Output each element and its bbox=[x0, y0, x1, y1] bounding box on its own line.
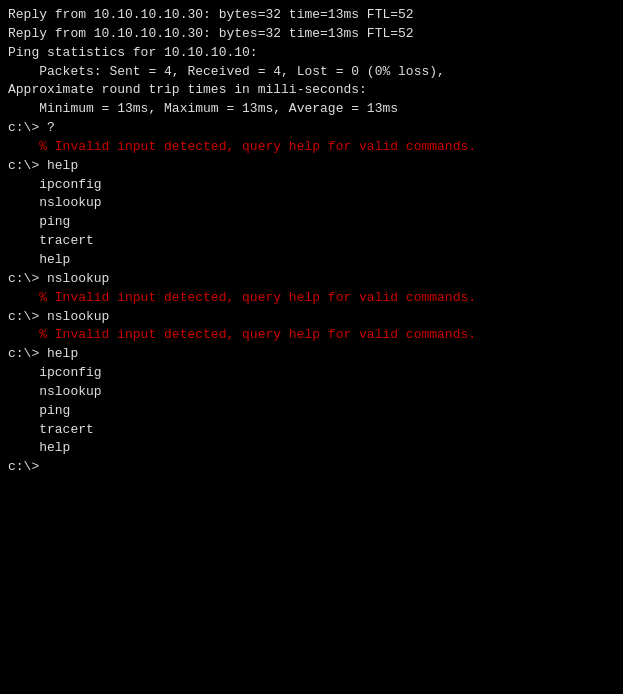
terminal-line-minmax: Minimum = 13ms, Maximum = 13ms, Average … bbox=[8, 100, 615, 119]
terminal-line-error3: % Invalid input detected, query help for… bbox=[8, 326, 615, 345]
terminal-line-ping-stat: Ping statistics for 10.10.10.10: bbox=[8, 44, 615, 63]
terminal-line-help-nslookup2: nslookup bbox=[8, 383, 615, 402]
terminal-line-prompt-q: c:\> ? bbox=[8, 119, 615, 138]
terminal-line-help-tracert2: tracert bbox=[8, 421, 615, 440]
terminal-line-error1: % Invalid input detected, query help for… bbox=[8, 138, 615, 157]
terminal-line-prompt-help2: c:\> help bbox=[8, 345, 615, 364]
terminal-line-approx: Approximate round trip times in milli-se… bbox=[8, 81, 615, 100]
terminal-line-reply2: Reply from 10.10.10.10.30: bytes=32 time… bbox=[8, 25, 615, 44]
terminal-line-prompt-help1: c:\> help bbox=[8, 157, 615, 176]
terminal-line-help-ping1: ping bbox=[8, 213, 615, 232]
terminal-line-prompt-nslookup2: c:\> nslookup bbox=[8, 308, 615, 327]
terminal-line-reply1: Reply from 10.10.10.10.30: bytes=32 time… bbox=[8, 6, 615, 25]
terminal-line-help-help1: help bbox=[8, 251, 615, 270]
terminal-line-help-nslookup1: nslookup bbox=[8, 194, 615, 213]
terminal-line-help-tracert1: tracert bbox=[8, 232, 615, 251]
terminal-line-prompt-nslookup1: c:\> nslookup bbox=[8, 270, 615, 289]
terminal-line-help-ping2: ping bbox=[8, 402, 615, 421]
terminal-line-help-ipconfig1: ipconfig bbox=[8, 176, 615, 195]
terminal-line-packets: Packets: Sent = 4, Received = 4, Lost = … bbox=[8, 63, 615, 82]
terminal-line-help-ipconfig2: ipconfig bbox=[8, 364, 615, 383]
terminal-line-prompt-final: c:\> bbox=[8, 458, 615, 477]
terminal-line-help-help2: help bbox=[8, 439, 615, 458]
terminal: Reply from 10.10.10.10.30: bytes=32 time… bbox=[8, 6, 615, 694]
terminal-line-error2: % Invalid input detected, query help for… bbox=[8, 289, 615, 308]
